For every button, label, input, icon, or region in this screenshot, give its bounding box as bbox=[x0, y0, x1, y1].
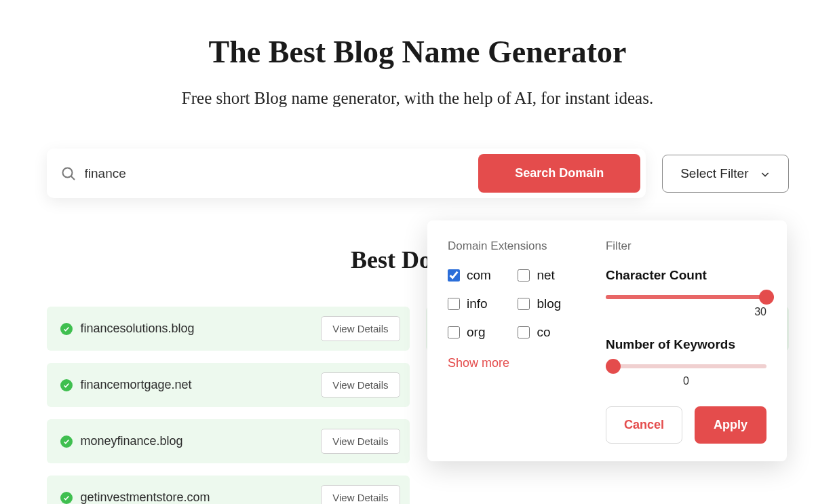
keywords-slider[interactable]: 0 bbox=[606, 364, 766, 387]
extension-option-com[interactable]: com bbox=[448, 268, 511, 283]
check-icon bbox=[60, 435, 73, 448]
result-card: financemortgage.netView Details bbox=[47, 363, 410, 407]
extension-checkbox[interactable] bbox=[518, 326, 530, 338]
extension-label: blog bbox=[537, 296, 561, 311]
view-details-button[interactable]: View Details bbox=[321, 316, 400, 341]
search-icon bbox=[60, 166, 77, 182]
extensions-heading: Domain Extensions bbox=[448, 239, 581, 253]
extension-option-co[interactable]: co bbox=[518, 325, 581, 340]
extension-label: co bbox=[537, 325, 550, 340]
extensions-column: Domain Extensions comnetinfoblogorgco Sh… bbox=[448, 239, 581, 444]
svg-line-1 bbox=[71, 176, 75, 180]
extension-option-org[interactable]: org bbox=[448, 325, 511, 340]
popover-actions: Cancel Apply bbox=[606, 406, 766, 444]
char-count-value: 30 bbox=[606, 306, 766, 318]
filter-button-label: Select Filter bbox=[680, 166, 748, 181]
extension-checkbox[interactable] bbox=[448, 298, 460, 310]
view-details-button[interactable]: View Details bbox=[321, 372, 400, 398]
extension-checkbox[interactable] bbox=[448, 326, 460, 338]
result-card: financesolutions.blogView Details bbox=[47, 307, 410, 351]
extension-label: com bbox=[467, 268, 491, 283]
char-count-heading: Character Count bbox=[606, 268, 766, 283]
search-row: Search Domain Select Filter bbox=[47, 149, 789, 198]
extension-option-net[interactable]: net bbox=[518, 268, 581, 283]
filter-column: Filter Character Count 30 Number of Keyw… bbox=[606, 239, 766, 444]
select-filter-button[interactable]: Select Filter bbox=[662, 155, 788, 193]
result-card: moneyfinance.blogView Details bbox=[47, 419, 410, 463]
domain-name: getinvestmentstore.com bbox=[81, 490, 313, 504]
search-domain-button[interactable]: Search Domain bbox=[478, 154, 640, 193]
show-more-button[interactable]: Show more bbox=[448, 356, 509, 370]
extension-checkbox[interactable] bbox=[518, 269, 530, 282]
keywords-heading: Number of Keywords bbox=[606, 337, 766, 352]
apply-button[interactable]: Apply bbox=[695, 406, 766, 444]
extension-label: org bbox=[467, 325, 485, 340]
extension-option-info[interactable]: info bbox=[448, 296, 511, 311]
result-card: getinvestmentstore.comView Details bbox=[47, 476, 410, 504]
extension-label: info bbox=[467, 296, 488, 311]
keywords-value: 0 bbox=[606, 375, 766, 387]
cancel-button[interactable]: Cancel bbox=[606, 406, 682, 444]
domain-name: financemortgage.net bbox=[81, 378, 313, 392]
page-subtitle: Free short Blog name generator, with the… bbox=[47, 89, 789, 108]
search-input[interactable] bbox=[85, 166, 471, 181]
extension-checkbox[interactable] bbox=[518, 298, 530, 310]
extension-option-blog[interactable]: blog bbox=[518, 296, 581, 311]
extensions-grid: comnetinfoblogorgco bbox=[448, 268, 581, 340]
chevron-down-icon bbox=[760, 168, 771, 179]
view-details-button[interactable]: View Details bbox=[321, 485, 400, 504]
extension-checkbox[interactable] bbox=[448, 269, 460, 282]
page-title: The Best Blog Name Generator bbox=[47, 34, 789, 70]
check-icon bbox=[60, 379, 73, 391]
search-box: Search Domain bbox=[47, 149, 646, 198]
filter-popover: Domain Extensions comnetinfoblogorgco Sh… bbox=[427, 220, 787, 461]
check-icon bbox=[60, 323, 73, 335]
char-count-slider[interactable]: 30 bbox=[606, 295, 766, 318]
view-details-button[interactable]: View Details bbox=[321, 429, 400, 454]
svg-point-0 bbox=[62, 168, 72, 177]
check-icon bbox=[60, 492, 73, 504]
extension-label: net bbox=[537, 268, 554, 283]
domain-name: financesolutions.blog bbox=[81, 322, 313, 336]
domain-name: moneyfinance.blog bbox=[81, 434, 313, 448]
filter-heading-label: Filter bbox=[606, 239, 766, 253]
